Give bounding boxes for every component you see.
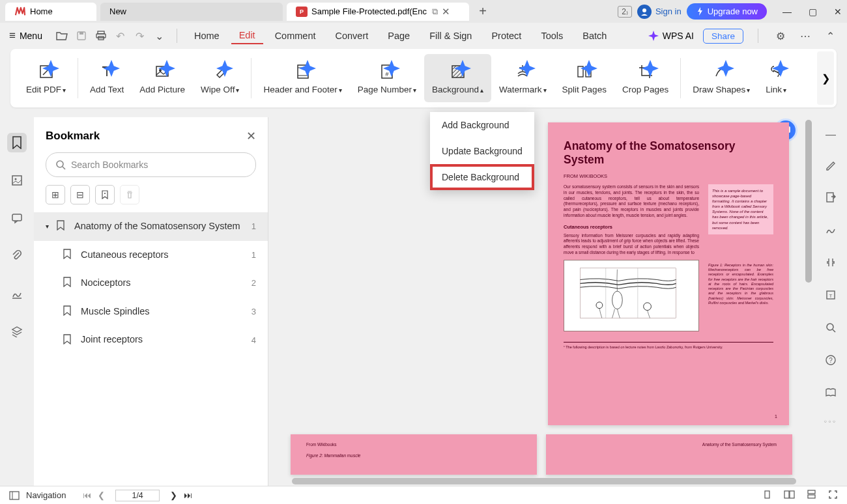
add-background-item[interactable]: Add Background: [430, 112, 534, 138]
split-pages-button[interactable]: Split Pages: [554, 54, 614, 102]
menu-fill-sign[interactable]: Fill & Sign: [422, 28, 480, 44]
navigation-label[interactable]: Navigation: [26, 490, 66, 500]
view-continuous-icon[interactable]: [807, 490, 816, 501]
delete-bookmark-button[interactable]: [120, 185, 139, 204]
wps-logo-icon: [14, 7, 26, 17]
first-page-button[interactable]: ⏮: [83, 490, 91, 500]
fullscreen-icon[interactable]: [828, 490, 838, 501]
bookmark-item[interactable]: Nociceptors 2: [34, 269, 268, 298]
menu-page[interactable]: Page: [380, 28, 418, 44]
draw-shapes-button[interactable]: Draw Shapes▾: [685, 54, 758, 102]
edit-pdf-label: Edit PDF: [26, 85, 61, 94]
document-viewport[interactable]: Anatomy of the Somatosensory System FROM…: [268, 113, 814, 486]
bookmark-item[interactable]: ▾ Anatomy of the Somatosensory System 1: [34, 212, 268, 241]
edit-tool-icon[interactable]: [825, 159, 837, 173]
menu-comment[interactable]: Comment: [267, 28, 324, 44]
view-two-icon[interactable]: [784, 490, 795, 501]
chevron-down-icon[interactable]: ▾: [46, 223, 53, 230]
page-counter-input[interactable]: 1/4: [115, 490, 159, 501]
share-button[interactable]: Share: [703, 29, 743, 44]
sidebar-close-icon[interactable]: ✕: [246, 129, 256, 143]
tab-home[interactable]: Home: [5, 3, 96, 21]
comment-rail-icon[interactable]: [7, 208, 27, 228]
update-background-item[interactable]: Update Background: [430, 138, 534, 164]
page-number-button[interactable]: # Page Number▾: [350, 54, 424, 102]
signin-button[interactable]: Sign in: [637, 5, 682, 19]
maximize-button[interactable]: ▢: [809, 7, 817, 17]
read-tool-icon[interactable]: [825, 387, 837, 401]
sign-tool-icon[interactable]: [825, 224, 837, 238]
compress-tool-icon[interactable]: [825, 257, 837, 271]
wipe-off-button[interactable]: Wipe Off▾: [193, 54, 247, 102]
delete-background-item[interactable]: Delete Background: [430, 164, 534, 190]
menu-edit[interactable]: Edit: [231, 27, 263, 44]
background-icon: [449, 63, 467, 81]
tab-home-label: Home: [30, 7, 53, 16]
view-single-icon[interactable]: [762, 490, 772, 501]
more-icon[interactable]: ⋯: [797, 28, 813, 44]
signature-rail-icon[interactable]: [7, 284, 27, 303]
watermark-button[interactable]: Watermark▾: [491, 54, 554, 102]
tab-file[interactable]: P Sample File-Protected.pdf(Enc ⧉ ✕: [287, 3, 469, 21]
help-tool-icon[interactable]: ?: [825, 354, 837, 369]
save-icon[interactable]: [74, 28, 89, 44]
menu-convert[interactable]: Convert: [328, 28, 377, 44]
pdf-page-1[interactable]: Anatomy of the Somatosensory System FROM…: [548, 122, 789, 425]
vertical-scrollbar[interactable]: [804, 117, 813, 474]
search-tool-icon[interactable]: [825, 322, 837, 336]
print-icon[interactable]: [93, 28, 109, 44]
svg-rect-19: [12, 214, 22, 221]
upgrade-button[interactable]: Upgrade now: [687, 3, 767, 20]
export-tool-icon[interactable]: [825, 191, 837, 206]
tab-display-icon: ⧉: [432, 7, 438, 17]
collapse-icon[interactable]: —: [825, 129, 836, 141]
bookmark-search-input[interactable]: Search Bookmarks: [46, 152, 256, 177]
redo-icon[interactable]: ↷: [132, 28, 148, 44]
add-picture-button[interactable]: Add Picture: [132, 54, 193, 102]
minimize-button[interactable]: —: [782, 7, 792, 17]
attachment-rail-icon[interactable]: [7, 246, 27, 266]
tab-new[interactable]: New: [100, 3, 283, 21]
open-icon[interactable]: [54, 28, 70, 44]
menu-batch[interactable]: Batch: [575, 28, 614, 44]
bookmark-rail-icon[interactable]: [7, 133, 27, 152]
undo-icon[interactable]: ↶: [113, 28, 128, 44]
pdf-page-2[interactable]: From Wikibooks Figure 2: Mammalian muscl…: [291, 434, 537, 475]
bookmark-icon: [56, 220, 68, 232]
collapse-ribbon-icon[interactable]: ⌃: [822, 28, 838, 44]
link-button[interactable]: Link▾: [758, 54, 794, 102]
add-bookmark-button[interactable]: ⊞: [46, 185, 65, 204]
bookmark-item[interactable]: Cutaneous receptors 1: [34, 241, 268, 270]
menu-home[interactable]: Home: [186, 28, 227, 44]
new-tab-button[interactable]: +: [473, 4, 493, 19]
crop-pages-button[interactable]: Crop Pages: [614, 54, 676, 102]
background-button[interactable]: Background▴: [424, 54, 491, 102]
edit-pdf-button[interactable]: Edit PDF▾: [18, 54, 74, 102]
more-dropdown-icon[interactable]: ⌄: [152, 28, 167, 44]
close-button[interactable]: ✕: [834, 7, 842, 17]
ocr-tool-icon[interactable]: T: [825, 289, 837, 303]
add-child-bookmark-button[interactable]: [95, 185, 115, 204]
more-tools-icon[interactable]: ○○○: [824, 419, 837, 423]
remove-bookmark-button[interactable]: ⊟: [70, 185, 90, 204]
horizontal-scrollbar[interactable]: [280, 477, 808, 486]
tab-close-icon[interactable]: ✕: [442, 6, 450, 18]
hamburger-icon[interactable]: ≡: [9, 29, 16, 42]
bookmark-item[interactable]: Joint receptors 4: [34, 326, 268, 354]
bookmark-item[interactable]: Muscle Spindles 3: [34, 298, 268, 326]
layers-rail-icon[interactable]: [7, 322, 27, 341]
header-footer-button[interactable]: Header and Footer▾: [255, 54, 349, 102]
prev-page-button[interactable]: ❮: [98, 490, 105, 500]
presence-count[interactable]: 2₎: [618, 6, 632, 18]
add-text-button[interactable]: Add Text: [82, 54, 132, 102]
wps-ai-button[interactable]: WPS AI: [648, 30, 694, 42]
menu-tools[interactable]: Tools: [533, 28, 571, 44]
next-page-button[interactable]: ❯: [170, 490, 177, 500]
thumbnail-rail-icon[interactable]: [7, 171, 27, 190]
menu-button[interactable]: Menu: [20, 31, 42, 41]
last-page-button[interactable]: ⏭: [184, 490, 192, 500]
settings-icon[interactable]: ⚙: [773, 28, 788, 44]
ribbon-expand-button[interactable]: ❯: [817, 51, 834, 105]
pdf-page-3[interactable]: Anatomy of the Somatosensory System: [546, 434, 792, 475]
menu-protect[interactable]: Protect: [483, 28, 529, 44]
